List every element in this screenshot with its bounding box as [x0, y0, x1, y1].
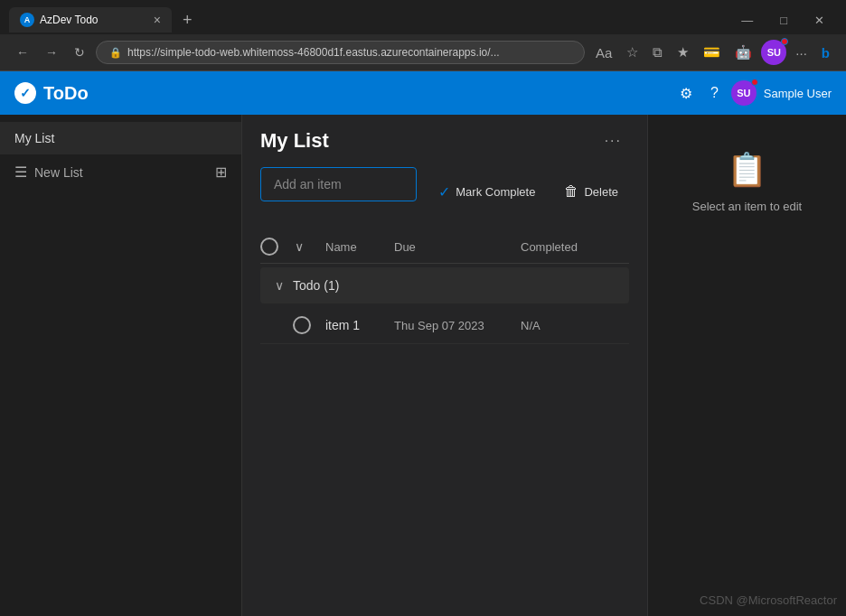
wallet-button[interactable]: 💳 — [698, 41, 726, 64]
favorites-bar-button[interactable]: ★ — [672, 41, 694, 64]
right-panel: 📋 Select an item to edit — [647, 115, 846, 616]
help-button[interactable]: ? — [705, 79, 724, 107]
tab-actions-button[interactable]: ⧉ — [647, 41, 668, 64]
read-aloud-button[interactable]: Aa — [590, 42, 617, 64]
list-view: My List ··· ✓ Mark Complete — [242, 115, 647, 616]
group-row: ∨ Todo (1) — [260, 267, 629, 303]
group-chevron[interactable]: ∨ — [260, 276, 293, 294]
mark-complete-label: Mark Complete — [456, 185, 535, 199]
header-chevron[interactable]: ∨ — [293, 238, 306, 256]
refresh-button[interactable]: ↻ — [69, 42, 90, 63]
delete-label: Delete — [584, 185, 618, 199]
new-list-label: New List — [34, 165, 83, 180]
group-label: Todo (1) — [293, 278, 629, 293]
table-row[interactable]: item 1 Thu Sep 07 2023 N/A — [260, 307, 629, 344]
table-header: ∨ Name Due Completed — [260, 230, 629, 264]
logo-check: ✓ — [20, 86, 31, 100]
forward-button[interactable]: → — [40, 42, 63, 63]
tab-close-button[interactable]: × — [154, 13, 161, 27]
copilot-button[interactable]: 🤖 — [729, 41, 757, 64]
minimize-button[interactable]: — — [728, 5, 766, 34]
header-expand-col: ∨ — [293, 238, 325, 256]
delete-icon: 🗑 — [564, 183, 578, 200]
sidebar-my-list-label: My List — [14, 131, 227, 145]
user-info: SU Sample User — [731, 80, 832, 106]
user-avatar[interactable]: SU — [731, 80, 757, 106]
back-button[interactable]: ← — [11, 42, 34, 63]
user-name: Sample User — [764, 87, 832, 100]
list-title: My List — [260, 129, 597, 153]
close-button[interactable]: ✕ — [802, 5, 837, 34]
item-1-name: item 1 — [325, 318, 394, 332]
profile-avatar[interactable]: SU — [761, 40, 786, 65]
logo-icon: ✓ — [14, 82, 36, 104]
active-tab[interactable]: A AzDev Todo × — [9, 7, 172, 33]
add-item-input[interactable] — [260, 167, 417, 201]
watermark: CSDN @MicrosoftReactor — [700, 593, 837, 607]
add-item-row: ✓ Mark Complete 🗑 Delete — [260, 167, 629, 216]
more-button[interactable]: ··· — [790, 42, 813, 64]
new-tab-button[interactable]: + — [175, 7, 200, 33]
add-item-container — [260, 167, 417, 201]
select-all-checkbox[interactable] — [260, 238, 278, 256]
toolbar: ✓ Mark Complete 🗑 Delete — [428, 178, 629, 206]
tab-favicon: A — [20, 13, 34, 27]
item-1-due: Thu Sep 07 2023 — [394, 319, 521, 332]
tab-favicon-text: A — [24, 15, 31, 24]
item-1-checkbox[interactable] — [293, 316, 311, 334]
notification-badge — [781, 38, 788, 45]
bing-button[interactable]: b — [816, 42, 835, 64]
select-item-text: Select an item to edit — [692, 200, 802, 213]
header-completed: Completed — [521, 240, 629, 254]
tab-title: AzDev Todo — [40, 14, 148, 26]
new-list-button[interactable]: ☰ New List ⊞ — [0, 154, 241, 190]
list-header: My List ··· — [260, 129, 629, 153]
header-name: Name — [325, 240, 394, 254]
content-area: My List ··· ✓ Mark Complete — [242, 115, 846, 616]
security-icon: 🔒 — [109, 47, 122, 59]
new-list-icon: ☰ — [14, 163, 27, 181]
delete-button[interactable]: 🗑 Delete — [553, 178, 629, 205]
user-badge — [751, 79, 758, 86]
header-due: Due — [394, 240, 521, 254]
header-right: ⚙ ? SU Sample User — [674, 79, 832, 107]
list-menu-button[interactable]: ··· — [597, 129, 629, 153]
clipboard-icon: 📋 — [727, 151, 767, 189]
maximize-button[interactable]: □ — [767, 5, 800, 34]
item-1-completed: N/A — [521, 319, 629, 332]
url-text: https://simple-todo-web.whitemoss-46800d… — [127, 46, 571, 59]
favorites-button[interactable]: ☆ — [621, 41, 644, 64]
sidebar: My List ☰ New List ⊞ — [0, 115, 242, 616]
profile-initials: SU — [767, 47, 781, 58]
app-title: ToDo — [43, 83, 89, 104]
mark-complete-icon: ✓ — [438, 183, 450, 201]
mark-complete-button[interactable]: ✓ Mark Complete — [428, 178, 546, 206]
item-checkbox[interactable] — [293, 316, 325, 334]
new-list-add-icon: ⊞ — [215, 163, 227, 181]
address-bar[interactable]: 🔒 https://simple-todo-web.whitemoss-4680… — [96, 41, 585, 64]
header-checkbox-col — [260, 238, 293, 256]
todo-table: ∨ Name Due Completed ∨ Todo (1) — [260, 230, 629, 344]
sidebar-item-my-list[interactable]: My List — [0, 122, 241, 154]
user-initials: SU — [737, 88, 750, 98]
app-header: ✓ ToDo ⚙ ? SU Sample User — [0, 71, 846, 115]
settings-button[interactable]: ⚙ — [674, 79, 698, 107]
app-logo: ✓ ToDo — [14, 82, 89, 104]
